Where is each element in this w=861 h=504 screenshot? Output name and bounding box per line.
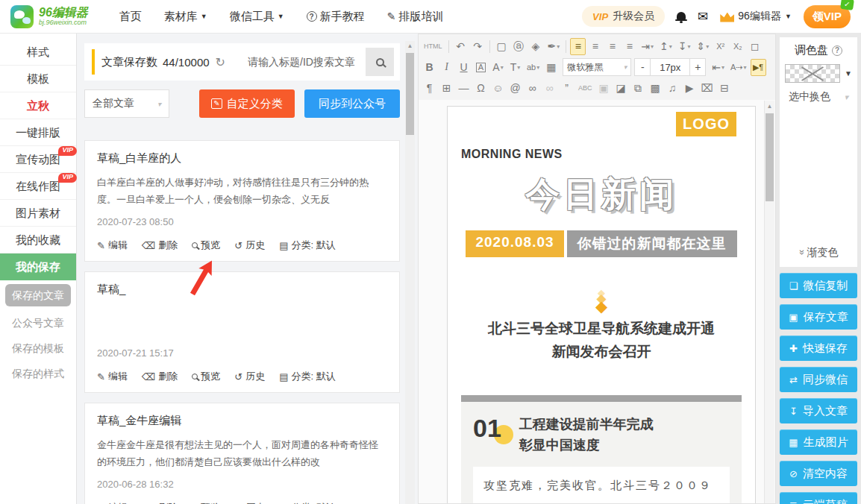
delete-action[interactable]: ⌫ 删除	[142, 239, 178, 252]
emoji-icon[interactable]: ☺	[490, 80, 506, 97]
text-image-layout-icon[interactable]: ⊟	[717, 80, 733, 97]
preview-action[interactable]: 预览	[192, 370, 220, 383]
import-article-button[interactable]: ↧ 导入文章	[780, 398, 857, 423]
insert-video-icon[interactable]: ▶	[682, 80, 698, 97]
article-page[interactable]: LOGO MORNING NEWS 今日新闻 2020.08.03 你错过的新闻…	[447, 106, 756, 504]
insert-media-icon[interactable]: ▦	[543, 59, 559, 76]
text-direction-icon[interactable]: ▶¶	[751, 59, 766, 76]
palette-color-swatch[interactable]	[783, 148, 798, 164]
format-painter-icon[interactable]: ✒▾	[545, 38, 563, 55]
edit-action[interactable]: ✎ 编辑	[97, 370, 128, 383]
image-grid-icon[interactable]: ▩	[648, 80, 663, 97]
fullscreen-icon[interactable]: ◻	[747, 38, 763, 55]
palette-color-swatch[interactable]	[801, 186, 817, 201]
edit-action[interactable]: ✎ 编辑	[97, 501, 128, 504]
italic-icon[interactable]: I	[439, 59, 454, 76]
palette-color-swatch[interactable]	[820, 223, 836, 239]
sidebar-item-styles[interactable]: 样式	[0, 39, 76, 66]
history-action[interactable]: ↺ 历史	[234, 370, 265, 383]
palette-color-swatch[interactable]	[783, 167, 798, 183]
sidebar-item-online-drawing[interactable]: 在线作图 VIP	[0, 173, 76, 200]
bold-icon[interactable]: B	[422, 59, 437, 76]
palette-color-swatch[interactable]	[839, 223, 854, 239]
palette-color-swatch[interactable]	[783, 204, 798, 220]
palette-color-swatch[interactable]	[820, 186, 836, 201]
category-action[interactable]: ▤ 分类: 默认	[279, 239, 336, 252]
redo-icon[interactable]: ↷	[470, 38, 486, 55]
clear-format-icon[interactable]: ⌧	[699, 80, 716, 97]
brand-logo[interactable]: 96编辑器 bj.96weixin.com	[10, 5, 88, 28]
line-height-icon[interactable]: ⇕▾	[695, 38, 712, 55]
underline-icon[interactable]: U	[456, 59, 472, 76]
palette-color-swatch[interactable]	[801, 223, 817, 239]
subscript-icon[interactable]: X₂	[730, 38, 745, 55]
sync-to-official-account-button[interactable]: 同步到公众号	[304, 89, 400, 118]
gradient-colors-toggle[interactable]: « 渐变色	[783, 246, 854, 259]
delete-action[interactable]: ⌫ 删除	[142, 501, 178, 504]
unlink-icon[interactable]: ∞	[542, 80, 557, 97]
align-right-icon[interactable]: ≡	[604, 38, 620, 55]
sidebar-subitem-official-account-articles[interactable]: 公众号文章	[0, 310, 76, 336]
quick-save-button[interactable]: ✚ 快速保存	[780, 336, 857, 361]
edit-action[interactable]: ✎ 编辑	[97, 239, 128, 252]
search-button[interactable]	[366, 48, 394, 76]
font-size-decrease-button[interactable]: -	[634, 58, 651, 76]
palette-color-swatch[interactable]	[839, 111, 854, 127]
claim-vip-button[interactable]: 领VIP ✓	[804, 5, 851, 28]
preview-action[interactable]: 预览	[192, 501, 220, 504]
category-action[interactable]: ▤ 分类: 默认	[279, 501, 336, 504]
selection-recolor-dropdown[interactable]: 选中换色 ▾	[789, 90, 848, 104]
delete-action[interactable]: ⌫ 删除	[142, 370, 178, 383]
font-size-increase-button[interactable]: +	[689, 58, 706, 76]
font-color-icon[interactable]: A▾	[490, 59, 506, 76]
envelope-icon[interactable]: ✉	[698, 10, 708, 23]
palette-color-swatch[interactable]	[783, 186, 798, 201]
clear-content-button[interactable]: ⊘ 清空内容	[780, 461, 857, 486]
wechat-copy-button[interactable]: ❏ 微信复制	[780, 273, 857, 298]
category-action[interactable]: ▤ 分类: 默认	[279, 370, 336, 383]
title-format-icon[interactable]: T▾	[507, 59, 523, 76]
history-action[interactable]: ↺ 历史	[234, 239, 265, 252]
sidebar-subitem-saved-articles[interactable]: 保存的文章	[5, 284, 71, 306]
paragraph-space-after-icon[interactable]: ↧▾	[676, 38, 693, 55]
palette-color-swatch[interactable]	[839, 148, 854, 164]
nav-home[interactable]: 首页	[119, 10, 142, 24]
highlight-color-icon[interactable]: ab▾	[525, 59, 542, 76]
sidebar-item-liqiu[interactable]: 立秋	[0, 92, 76, 119]
align-center-icon[interactable]: ≡	[587, 38, 603, 55]
transparent-color-select[interactable]: ▼	[783, 64, 854, 83]
palette-color-swatch[interactable]	[783, 130, 798, 145]
paragraph-mark-icon[interactable]: ¶	[422, 80, 437, 97]
scroll-up-icon[interactable]: ▲	[765, 101, 774, 110]
save-article-button[interactable]: ▣ 保存文章	[780, 304, 857, 330]
paste-word-icon[interactable]: ▣	[596, 80, 612, 97]
align-justify-icon[interactable]: ≡	[622, 38, 637, 55]
preview-action[interactable]: 预览	[192, 239, 220, 252]
letter-spacing-icon[interactable]: A⇢▾	[728, 59, 749, 76]
scrollbar-thumb[interactable]	[765, 113, 774, 201]
align-left-icon[interactable]: ≡	[570, 38, 586, 55]
mention-icon[interactable]: @	[507, 80, 523, 97]
bell-icon[interactable]	[677, 12, 686, 19]
sync-wechat-button[interactable]: ⇄ 同步微信	[780, 367, 857, 392]
sidebar-item-one-click-layout[interactable]: 一键排版	[0, 119, 76, 146]
eraser-icon[interactable]: ◈	[528, 38, 544, 55]
palette-color-swatch[interactable]	[839, 186, 854, 201]
blockquote-icon[interactable]: ”	[559, 80, 574, 97]
palette-color-swatch[interactable]	[839, 167, 854, 183]
sidebar-item-templates[interactable]: 模板	[0, 66, 76, 92]
font-family-select[interactable]: 微软雅黑 ▾	[563, 58, 631, 76]
palette-color-swatch[interactable]	[820, 167, 836, 183]
sidebar-item-my-favorites[interactable]: 我的收藏	[0, 227, 76, 253]
superscript-icon[interactable]: X²	[713, 38, 728, 55]
first-line-indent-icon[interactable]: ⇤▾	[710, 59, 727, 76]
nav-material-library[interactable]: 素材库 ▼	[164, 10, 207, 24]
palette-color-swatch[interactable]	[801, 148, 817, 164]
palette-color-swatch[interactable]	[801, 167, 817, 183]
indent-icon[interactable]: ⇥▾	[639, 38, 656, 55]
articles-scrollbar[interactable]: ▲	[405, 41, 415, 504]
history-action[interactable]: ↺ 历史	[234, 501, 265, 504]
help-icon[interactable]: ?	[832, 45, 842, 56]
spellcheck-icon[interactable]: ABC	[576, 80, 595, 97]
generate-image-button[interactable]: ▦ 生成图片	[780, 429, 857, 455]
